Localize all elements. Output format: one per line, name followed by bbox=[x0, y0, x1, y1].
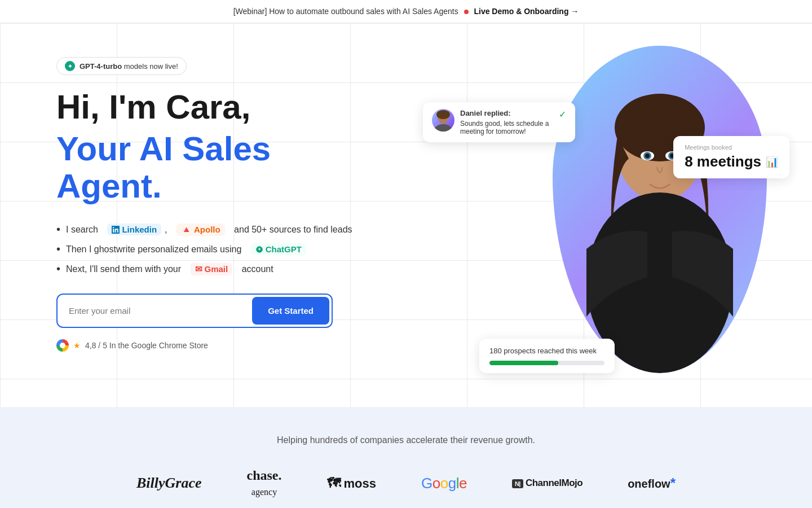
email-input[interactable] bbox=[58, 297, 250, 325]
card-meetings: Meetings booked 8 meetings 📊 bbox=[673, 136, 789, 178]
feature-item-1: • I search Linkedin , 🔺 Apollo and 50+ s… bbox=[56, 223, 383, 236]
logo-oneflow: oneflow* bbox=[628, 475, 676, 491]
card-prospects: 180 prospects reached this week bbox=[479, 339, 615, 373]
logos-tagline: Helping hundreds of companies accelerate… bbox=[34, 435, 778, 445]
check-icon: ✓ bbox=[559, 109, 566, 120]
bullet-2: • bbox=[56, 243, 60, 256]
svg-text:✦: ✦ bbox=[258, 247, 261, 251]
feature2-text: Then I ghostwrite personalized emails us… bbox=[66, 244, 241, 255]
ai-person-illustration bbox=[564, 80, 756, 373]
features-list: • I search Linkedin , 🔺 Apollo and 50+ s… bbox=[56, 223, 383, 275]
svg-point-13 bbox=[432, 124, 454, 132]
logo-channelmojo: N|ChannelMojo bbox=[512, 478, 582, 489]
hero-section: ✦ GPT-4-turbo models now live! Hi, I'm C… bbox=[0, 23, 812, 407]
feature1-text: I search bbox=[66, 225, 98, 235]
gpt-badge-bold: GPT-4-turbo models now live! bbox=[80, 62, 178, 71]
meetings-label: Meetings booked bbox=[685, 144, 778, 151]
hero-title-line2: Your AI Sales Agent. bbox=[56, 130, 383, 205]
feature3-text: Next, I'll send them with your bbox=[66, 264, 181, 274]
prospects-label: 180 prospects reached this week bbox=[489, 347, 604, 355]
nl-icon: N| bbox=[512, 479, 523, 488]
feature3-rest: account bbox=[242, 264, 273, 274]
top-banner: [Webinar] How to automate outbound sales… bbox=[0, 0, 812, 23]
bar-chart-icon: 📊 bbox=[766, 156, 778, 168]
logos-row: BillyGrace chase.agency 🗺moss Google N|C… bbox=[34, 468, 778, 498]
gpt-badge: ✦ GPT-4-turbo models now live! bbox=[56, 57, 187, 75]
apollo-badge: 🔺 Apollo bbox=[176, 224, 225, 236]
logo-chase: chase.agency bbox=[247, 468, 282, 498]
get-started-button[interactable]: Get Started bbox=[252, 297, 329, 325]
logo-moss: 🗺moss bbox=[327, 475, 376, 491]
card-reply-content: Daniel replied: ✓ Sounds good, lets sche… bbox=[460, 109, 566, 135]
rating-text: 4,8 / 5 In the Google Chrome Store bbox=[85, 341, 208, 350]
linkedin-badge: Linkedin bbox=[107, 224, 161, 235]
red-dot-icon bbox=[464, 10, 469, 14]
hero-content: ✦ GPT-4-turbo models now live! Hi, I'm C… bbox=[0, 23, 383, 386]
chrome-rating: ★ 4,8 / 5 In the Google Chrome Store bbox=[56, 339, 383, 352]
daniel-avatar bbox=[432, 109, 454, 132]
logos-section: Helping hundreds of companies accelerate… bbox=[0, 407, 812, 508]
banner-text-pre: [Webinar] bbox=[233, 7, 267, 16]
banner-text-mid: How to automate outbound sales with AI S… bbox=[269, 7, 458, 16]
feature-item-3: • Next, I'll send them with your ✉ Gmail… bbox=[56, 262, 383, 275]
gpt-icon: ✦ bbox=[65, 61, 75, 71]
chrome-icon bbox=[56, 339, 69, 352]
logo-billygrace: BillyGrace bbox=[136, 475, 202, 492]
feature1-rest: and 50+ sources to find leads bbox=[234, 225, 352, 235]
hero-visual: Daniel replied: ✓ Sounds good, lets sche… bbox=[530, 23, 812, 407]
ai-person-bg bbox=[553, 46, 767, 373]
progress-bar-fill bbox=[489, 361, 558, 365]
svg-point-8 bbox=[645, 154, 650, 158]
card-reply-message: Sounds good, lets schedule a meeting for… bbox=[460, 120, 566, 135]
email-form: Get Started bbox=[56, 294, 333, 328]
card-reply-name: Daniel replied: bbox=[460, 109, 511, 117]
bullet-3: • bbox=[56, 262, 60, 275]
star-icon: ★ bbox=[73, 341, 81, 350]
logo-google: Google bbox=[421, 475, 467, 492]
hero-title-line1: Hi, I'm Cara, bbox=[56, 89, 383, 126]
progress-bar-bg bbox=[489, 361, 604, 365]
card-reply: Daniel replied: ✓ Sounds good, lets sche… bbox=[423, 102, 575, 142]
feature-item-2: • Then I ghostwrite personalized emails … bbox=[56, 243, 383, 256]
live-demo-link[interactable]: Live Demo & Onboarding → bbox=[474, 7, 579, 16]
chatgpt-badge: ✦ ChatGPT bbox=[251, 243, 306, 255]
bullet-1: • bbox=[56, 223, 60, 236]
gmail-badge: ✉ Gmail bbox=[191, 263, 233, 275]
meetings-count: 8 meetings 📊 bbox=[685, 153, 778, 170]
svg-point-14 bbox=[436, 110, 450, 119]
